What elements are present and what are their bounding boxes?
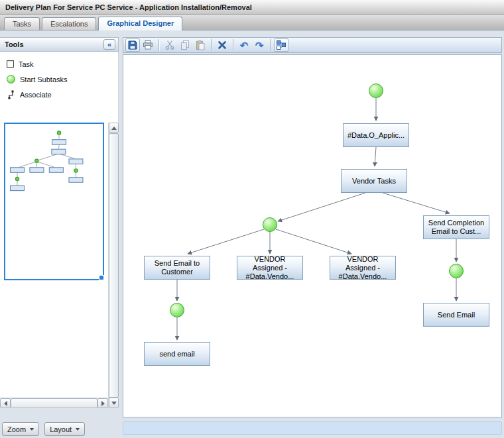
toolbar-separator: [158, 39, 159, 51]
task-square-icon: [7, 60, 14, 68]
copy-button[interactable]: [178, 38, 192, 52]
tools-panel-title: Tools: [5, 40, 24, 48]
vertical-scroll-thumb[interactable]: [109, 133, 119, 398]
start-subtasks-node[interactable]: [449, 264, 464, 278]
redo-button[interactable]: ↷: [252, 38, 267, 52]
designer-toolbar: ↶ ↷: [123, 37, 502, 53]
horizontal-scroll-thumb[interactable]: [11, 398, 97, 408]
undo-icon: ↶: [240, 40, 249, 50]
minimap-chart: [6, 125, 103, 206]
chevron-down-icon: [30, 428, 34, 433]
sidebar-vertical-scrollbar[interactable]: [108, 123, 119, 408]
auto-layout-button[interactable]: [274, 38, 288, 52]
task-node-send-email-right[interactable]: Send Email: [423, 303, 489, 327]
tools-sidebar: Tools « Task Start Subtasks: [0, 37, 119, 438]
layout-dropdown-button[interactable]: Layout: [44, 422, 85, 436]
content-area: Tools « Task Start Subtasks: [0, 30, 504, 438]
status-bar: [123, 421, 502, 435]
undo-button[interactable]: ↶: [237, 38, 251, 52]
start-subtasks-circle-icon: [7, 75, 15, 83]
tool-item-start-subtasks[interactable]: Start Subtasks: [0, 72, 118, 87]
task-node-vendor-tasks[interactable]: Vendor Tasks: [341, 169, 407, 193]
save-icon: [127, 40, 138, 50]
tool-item-associate[interactable]: Associate: [0, 87, 118, 102]
tool-item-task-label: Task: [19, 60, 34, 68]
tab-tasks[interactable]: Tasks: [4, 17, 40, 30]
collapse-chevrons-icon: «: [107, 41, 111, 48]
tools-palette: Task Start Subtasks Associate: [0, 52, 119, 123]
minimap-viewport-rect[interactable]: [4, 123, 104, 280]
toolbar-separator: [233, 39, 233, 51]
task-node-vendor-assigned-2[interactable]: VENDOR Assigned - #Data.Vendo...: [330, 256, 396, 280]
task-node-send-completion-email[interactable]: Send Completion Email to Cust...: [423, 215, 489, 239]
title-bar: Delivery Plan For Service PC Service - A…: [0, 0, 504, 15]
viewport-resize-handle[interactable]: [99, 275, 104, 280]
paste-icon: [195, 40, 206, 50]
overview-minimap[interactable]: [0, 123, 108, 398]
tab-graphical-designer-label: Graphical Designer: [107, 19, 174, 27]
scroll-left-button[interactable]: [0, 398, 11, 408]
print-button[interactable]: [141, 38, 155, 52]
cut-button[interactable]: [162, 38, 177, 52]
tab-tasks-label: Tasks: [13, 20, 31, 28]
designer-canvas[interactable]: #Data.O_Applic... Vendor Tasks Send Comp…: [123, 54, 502, 417]
layout-nodes-icon: [276, 40, 286, 50]
tool-item-task[interactable]: Task: [0, 56, 118, 72]
designer-main: ↶ ↷: [123, 37, 502, 438]
layout-button-label: Layout: [50, 425, 72, 433]
toolbar-separator: [270, 39, 271, 51]
sidebar-horizontal-scrollbar[interactable]: [0, 398, 108, 408]
start-subtasks-node[interactable]: [170, 303, 184, 317]
start-subtasks-node[interactable]: [369, 83, 383, 98]
cut-icon: [164, 40, 175, 50]
window-title: Delivery Plan For Service PC Service - A…: [5, 3, 252, 11]
chevron-down-icon: [76, 428, 80, 433]
arrow-right-icon: [101, 401, 107, 406]
collapse-panel-button[interactable]: «: [103, 39, 115, 50]
tool-item-associate-label: Associate: [20, 91, 52, 99]
start-subtasks-node[interactable]: [263, 217, 277, 232]
tab-graphical-designer[interactable]: Graphical Designer: [98, 17, 182, 30]
overview-region: [0, 123, 119, 408]
tab-escalations-label: Escalations: [50, 20, 88, 28]
tool-item-start-subtasks-label: Start Subtasks: [20, 76, 68, 83]
arrow-left-icon: [1, 401, 7, 406]
zoom-dropdown-button[interactable]: Zoom: [2, 422, 39, 436]
arrow-up-icon: [111, 124, 117, 130]
associate-connector-icon: [7, 90, 15, 99]
tab-bar: Tasks Escalations Graphical Designer: [0, 15, 504, 30]
scroll-up-button[interactable]: [109, 123, 119, 133]
save-button[interactable]: [125, 38, 140, 52]
toolbar-separator: [211, 39, 212, 51]
zoom-button-label: Zoom: [7, 425, 26, 433]
task-node-data-application[interactable]: #Data.O_Applic...: [343, 123, 409, 147]
sidebar-footer: Zoom Layout: [0, 408, 119, 438]
task-node-send-email-to-customer[interactable]: Send Email to Customer: [144, 256, 210, 280]
tab-escalations[interactable]: Escalations: [42, 17, 96, 30]
scroll-down-button[interactable]: [109, 398, 119, 408]
redo-icon: ↷: [255, 40, 264, 50]
scroll-right-button[interactable]: [97, 398, 108, 408]
tools-panel-header: Tools «: [0, 37, 119, 52]
delete-button[interactable]: [215, 38, 229, 52]
paste-button[interactable]: [193, 38, 208, 52]
application-window: Delivery Plan For Service PC Service - A…: [0, 0, 504, 438]
print-icon: [143, 40, 153, 50]
task-node-vendor-assigned-1[interactable]: VENDOR Assigned - #Data.Vendo...: [237, 256, 303, 280]
task-node-send-email-lower[interactable]: send email: [144, 342, 210, 366]
delete-x-icon: [217, 40, 227, 50]
arrow-down-icon: [111, 402, 117, 408]
copy-icon: [180, 40, 190, 50]
